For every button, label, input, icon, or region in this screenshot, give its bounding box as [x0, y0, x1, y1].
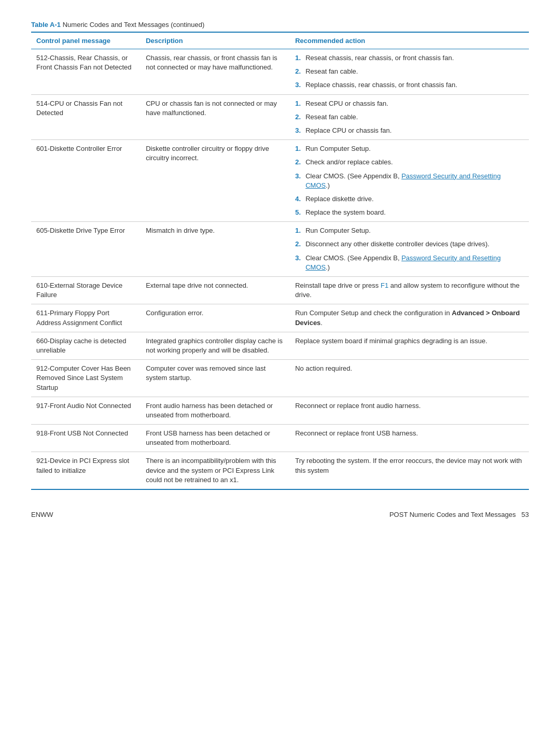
cell-action: Reconnect or replace front USB harness. — [290, 425, 529, 452]
table-row: 514-CPU or Chassis Fan not DetectedCPU o… — [31, 94, 529, 140]
cell-action: Replace system board if minimal graphics… — [290, 332, 529, 359]
cell-action: Try rebooting the system. If the error r… — [290, 452, 529, 489]
cell-description: Front USB harness has been detached or u… — [141, 425, 290, 452]
cell-action: Reinstall tape drive or press F1 and all… — [290, 277, 529, 304]
cell-description: Front audio harness has been detached or… — [141, 397, 290, 424]
list-item: 4. Replace diskette drive. — [295, 194, 524, 204]
list-item: 2. Reseat fan cable. — [295, 113, 524, 122]
cell-action: 1. Run Computer Setup.2. Check and/or re… — [290, 140, 529, 222]
cell-control: 611-Primary Floppy Port Address Assignme… — [31, 304, 141, 332]
table-label: Table A-1 — [31, 21, 61, 29]
cell-control: 660-Display cache is detected unreliable — [31, 332, 141, 359]
password-security-link[interactable]: Password Security and Resetting CMOS — [305, 172, 500, 189]
password-security-link[interactable]: Password Security and Resetting CMOS — [305, 254, 500, 271]
cell-description: There is an incompatibility/problem with… — [141, 452, 290, 489]
cell-control: 514-CPU or Chassis Fan not Detected — [31, 94, 141, 140]
cell-description: External tape drive not connected. — [141, 277, 290, 304]
table-row: 918-Front USB Not ConnectedFront USB har… — [31, 425, 529, 452]
cell-action: Run Computer Setup and check the configu… — [290, 304, 529, 332]
cell-action: 1. Reseat CPU or chassis fan.2. Reseat f… — [290, 94, 529, 140]
cell-control: 912-Computer Cover Has Been Removed Sinc… — [31, 360, 141, 397]
list-item: 1. Reseat chassis, rear chassis, or fron… — [295, 53, 524, 63]
list-item: 1. Run Computer Setup. — [295, 144, 524, 153]
list-item: 1. Reseat CPU or chassis fan. — [295, 99, 524, 108]
list-item: 1. Run Computer Setup. — [295, 226, 524, 235]
cell-action: No action required. — [290, 360, 529, 397]
list-item: 2. Reseat fan cable. — [295, 67, 524, 76]
cell-description: Computer cover was removed since last sy… — [141, 360, 290, 397]
cell-action: Reconnect or replace front audio harness… — [290, 397, 529, 424]
list-item: 3. Clear CMOS. (See Appendix B, Password… — [295, 254, 524, 272]
list-item: 5. Replace the system board. — [295, 208, 524, 217]
table-row: 605-Diskette Drive Type ErrorMismatch in… — [31, 222, 529, 277]
table-title: Table A-1 Numeric Codes and Text Message… — [31, 21, 529, 29]
cell-description: Configuration error. — [141, 304, 290, 332]
header-control: Control panel message — [31, 32, 141, 49]
cell-control: 605-Diskette Drive Type Error — [31, 222, 141, 277]
header-action: Recommended action — [290, 32, 529, 49]
list-item: 3. Replace CPU or chassis fan. — [295, 126, 524, 135]
cell-control: 610-External Storage Device Failure — [31, 277, 141, 304]
cell-action: 1. Reseat chassis, rear chassis, or fron… — [290, 49, 529, 95]
main-table: Control panel message Description Recomm… — [31, 32, 529, 490]
table-header-row: Control panel message Description Recomm… — [31, 32, 529, 49]
table-row: 921-Device in PCI Express slot failed to… — [31, 452, 529, 489]
cell-description: Diskette controller circuitry or floppy … — [141, 140, 290, 222]
table-row: 611-Primary Floppy Port Address Assignme… — [31, 304, 529, 332]
list-item: 2. Disconnect any other diskette control… — [295, 240, 524, 249]
table-row: 912-Computer Cover Has Been Removed Sinc… — [31, 360, 529, 397]
cell-control: 917-Front Audio Not Connected — [31, 397, 141, 424]
page-number: 53 — [522, 511, 529, 518]
table-title-text: Numeric Codes and Text Messages (continu… — [63, 21, 205, 29]
list-item: 3. Clear CMOS. (See Appendix B, Password… — [295, 172, 524, 190]
page-footer: ENWW POST Numeric Codes and Text Message… — [31, 511, 529, 518]
footer-right-text: POST Numeric Codes and Text Messages — [389, 511, 516, 518]
list-item: 3. Replace chassis, rear chassis, or fro… — [295, 80, 524, 90]
table-row: 660-Display cache is detected unreliable… — [31, 332, 529, 359]
table-row: 601-Diskette Controller ErrorDiskette co… — [31, 140, 529, 222]
cell-action: 1. Run Computer Setup.2. Disconnect any … — [290, 222, 529, 277]
table-row: 610-External Storage Device FailureExter… — [31, 277, 529, 304]
cell-control: 601-Diskette Controller Error — [31, 140, 141, 222]
cell-control: 921-Device in PCI Express slot failed to… — [31, 452, 141, 489]
cell-description: CPU or chassis fan is not connected or m… — [141, 94, 290, 140]
table-row: 512-Chassis, Rear Chassis, or Front Chas… — [31, 49, 529, 95]
table-row: 917-Front Audio Not ConnectedFront audio… — [31, 397, 529, 424]
cell-description: Integrated graphics controller display c… — [141, 332, 290, 359]
header-description: Description — [141, 32, 290, 49]
list-item: 2. Check and/or replace cables. — [295, 158, 524, 167]
footer-left: ENWW — [31, 511, 53, 518]
cell-control: 512-Chassis, Rear Chassis, or Front Chas… — [31, 49, 141, 95]
cell-control: 918-Front USB Not Connected — [31, 425, 141, 452]
footer-right: POST Numeric Codes and Text Messages 53 — [389, 511, 529, 518]
cell-description: Mismatch in drive type. — [141, 222, 290, 277]
cell-description: Chassis, rear chassis, or front chassis … — [141, 49, 290, 95]
